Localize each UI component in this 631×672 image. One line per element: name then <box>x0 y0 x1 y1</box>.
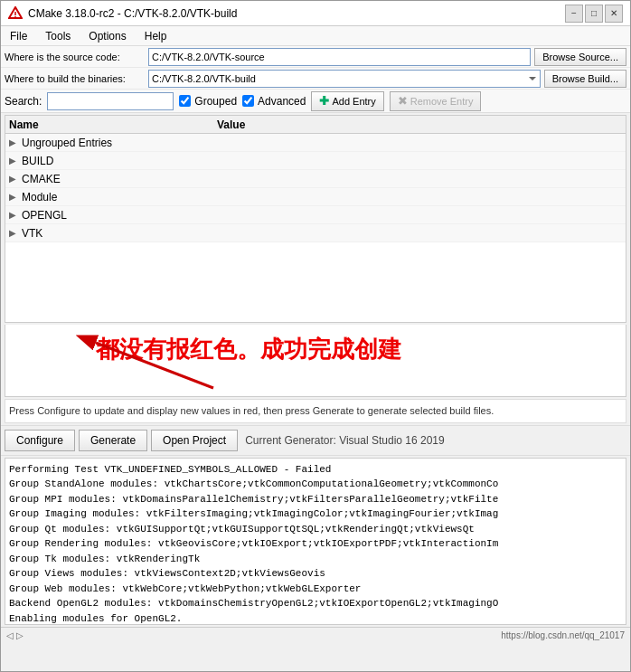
remove-icon: ✖ <box>398 94 408 108</box>
log-line: Backend OpenGL2 modules: vtkDomainsChemi… <box>9 596 622 611</box>
log-line: Group MPI modules: vtkDomainsParallelChe… <box>9 492 622 507</box>
grouped-checkbox[interactable] <box>179 95 191 107</box>
log-line: Group Imaging modules: vtkFiltersImaging… <box>9 506 622 522</box>
grouped-checkbox-group: Grouped <box>179 95 237 108</box>
build-combo[interactable]: C:/VTK-8.2.0/VTK-build <box>148 70 541 88</box>
maximize-button[interactable]: □ <box>585 5 603 23</box>
advanced-checkbox[interactable] <box>242 95 254 107</box>
table-row[interactable]: ▶ Module <box>5 188 626 206</box>
close-button[interactable]: ✕ <box>605 5 623 23</box>
row-text: Ungrouped Entries <box>22 137 112 149</box>
menu-options[interactable]: Options <box>83 28 131 44</box>
app-icon <box>8 6 23 21</box>
browse-source-button[interactable]: Browse Source... <box>534 48 626 66</box>
expand-icon: ▶ <box>9 228 22 238</box>
generate-button[interactable]: Generate <box>79 430 147 451</box>
row-text: OPENGL <box>22 209 67 222</box>
search-bar: Search: Grouped Advanced ✚ Add Entry ✖ R… <box>1 90 630 113</box>
col-value-header: Value <box>217 118 622 131</box>
log-line: Group Views modules: vtkViewsContext2D;v… <box>9 566 622 582</box>
configure-button[interactable]: Configure <box>5 430 75 451</box>
table-row[interactable]: ▶ VTK <box>5 224 626 242</box>
log-line: Group Web modules: vtkWebCore;vtkWebPyth… <box>9 582 622 597</box>
search-label: Search: <box>5 95 42 108</box>
status-bar: ◁ ▷ https://blog.csdn.net/qq_21017 <box>1 627 630 643</box>
col-name-header: Name <box>9 118 217 131</box>
expand-icon: ▶ <box>9 174 22 184</box>
table-row[interactable]: ▶ OPENGL <box>5 206 626 224</box>
menu-tools[interactable]: Tools <box>40 28 76 44</box>
log-line: Group Rendering modules: vtkGeovisCore;v… <box>9 536 622 552</box>
menu-file[interactable]: File <box>5 28 33 44</box>
open-project-button[interactable]: Open Project <box>151 430 238 451</box>
search-input[interactable] <box>47 92 174 110</box>
svg-point-2 <box>14 15 16 17</box>
row-text: BUILD <box>22 155 53 167</box>
scroll-hint: ◁ ▷ <box>6 630 24 640</box>
build-path-row: Where to build the binaries: C:/VTK-8.2.… <box>1 68 630 90</box>
table-area[interactable]: Name Value ▶ Ungrouped Entries ▶ BUILD ▶… <box>5 115 626 323</box>
red-arrow-svg <box>5 325 626 396</box>
add-entry-label: Add Entry <box>332 96 375 107</box>
log-line: Group Tk modules: vtkRenderingTk <box>9 552 622 567</box>
expand-icon: ▶ <box>9 192 22 202</box>
generator-label: Current Generator: Visual Studio 16 2019 <box>245 434 445 447</box>
log-area[interactable]: Performing Test VTK_UNDEFINED_SYMBOLS_AL… <box>5 458 626 625</box>
advanced-checkbox-group: Advanced <box>242 95 306 108</box>
source-label: Where is the source code: <box>5 52 145 62</box>
menu-help[interactable]: Help <box>139 28 173 44</box>
table-row[interactable]: ▶ Ungrouped Entries <box>5 134 626 152</box>
source-input[interactable] <box>148 48 531 66</box>
log-line: Group StandAlone modules: vtkChartsCore;… <box>9 477 622 492</box>
log-line: Enabling modules for OpenGL2. <box>9 611 622 625</box>
expand-icon: ▶ <box>9 210 22 220</box>
add-entry-button[interactable]: ✚ Add Entry <box>311 91 383 111</box>
table-header: Name Value <box>5 116 626 134</box>
expand-icon: ▶ <box>9 137 22 147</box>
main-content: Name Value ▶ Ungrouped Entries ▶ BUILD ▶… <box>1 115 630 397</box>
row-text: Module <box>22 191 57 203</box>
menu-bar: File Tools Options Help <box>1 26 630 46</box>
window-title: CMake 3.18.0-rc2 - C:/VTK-8.2.0/VTK-buil… <box>28 7 560 20</box>
log-line: Group Qt modules: vtkGUISupportQt;vtkGUI… <box>9 522 622 537</box>
row-text: CMAKE <box>22 173 61 185</box>
window-controls: − □ ✕ <box>565 5 623 23</box>
info-text: Press Configure to update and display ne… <box>5 399 626 423</box>
table-row[interactable]: ▶ CMAKE <box>5 170 626 188</box>
remove-entry-button[interactable]: ✖ Remove Entry <box>390 91 482 111</box>
title-bar: CMake 3.18.0-rc2 - C:/VTK-8.2.0/VTK-buil… <box>1 1 630 26</box>
remove-entry-label: Remove Entry <box>410 96 474 107</box>
annotation-area: 都没有报红色。成功完成创建 <box>5 325 626 397</box>
bottom-buttons: Configure Generate Open Project Current … <box>1 425 630 456</box>
log-line: Performing Test VTK_UNDEFINED_SYMBOLS_AL… <box>9 462 622 478</box>
build-label: Where to build the binaries: <box>5 73 145 84</box>
expand-icon: ▶ <box>9 156 22 166</box>
status-url: https://blog.csdn.net/qq_21017 <box>501 630 625 640</box>
svg-line-4 <box>96 343 213 388</box>
advanced-label: Advanced <box>258 95 306 108</box>
add-icon: ✚ <box>319 94 329 108</box>
row-text: VTK <box>22 227 42 240</box>
grouped-label: Grouped <box>194 95 237 108</box>
source-path-row: Where is the source code: Browse Source.… <box>1 46 630 68</box>
browse-build-button[interactable]: Browse Build... <box>544 70 626 88</box>
table-row[interactable]: ▶ BUILD <box>5 152 626 170</box>
minimize-button[interactable]: − <box>565 5 583 23</box>
